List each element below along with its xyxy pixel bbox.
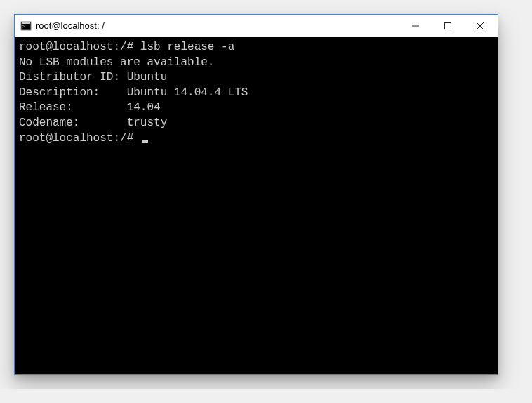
terminal-line: Distributor ID: Ubuntu: [19, 70, 493, 86]
terminal-prompt-line: root@localhost:/#: [19, 131, 493, 147]
window-title: root@localhost: /: [36, 20, 399, 31]
terminal-window: >_ root@localhost: / root@localhost:/# l…: [14, 14, 498, 375]
window-controls: [399, 15, 496, 37]
terminal-output[interactable]: root@localhost:/# lsb_release -aNo LSB m…: [15, 37, 498, 374]
terminal-line: Codename: trusty: [19, 116, 493, 131]
svg-rect-4: [445, 22, 451, 29]
titlebar[interactable]: >_ root@localhost: /: [15, 15, 498, 37]
terminal-line: Release: 14.04: [19, 100, 493, 116]
minimize-button[interactable]: [399, 15, 432, 37]
close-button[interactable]: [464, 15, 496, 37]
cursor-icon: [142, 140, 148, 143]
maximize-button[interactable]: [432, 15, 464, 37]
terminal-line: No LSB modules are available.: [19, 55, 493, 71]
terminal-line: Description: Ubuntu 14.04.4 LTS: [19, 86, 493, 101]
svg-text:>_: >_: [22, 24, 29, 29]
app-icon: >_: [20, 20, 32, 32]
terminal-prompt: root@localhost:/#: [19, 132, 140, 145]
terminal-line: root@localhost:/# lsb_release -a: [19, 40, 493, 55]
